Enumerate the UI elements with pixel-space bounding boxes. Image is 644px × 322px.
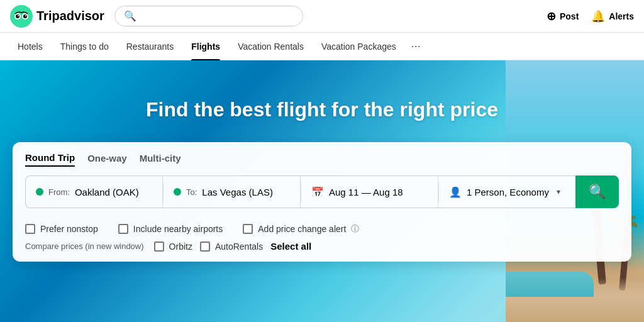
calendar-icon: 📅 — [311, 186, 324, 198]
prefer-nonstop-option[interactable]: Prefer nonstop — [25, 224, 98, 234]
plus-circle-icon: ⊕ — [547, 9, 556, 23]
select-all-button[interactable]: Select all — [270, 241, 311, 252]
post-button[interactable]: ⊕ Post — [547, 9, 579, 23]
logo[interactable]: Tripadvisor — [10, 5, 104, 28]
bell-icon: 🔔 — [591, 9, 605, 23]
hero-title: Find the best flight for the right price — [0, 98, 644, 121]
nav-item-flights[interactable]: Flights — [184, 33, 228, 60]
trip-type-tabs: Round Trip One-way Multi-city — [25, 152, 619, 167]
main-nav: Hotels Things to do Restaurants Flights … — [0, 33, 644, 60]
from-input-group[interactable]: From: Oakland (OAK) — [26, 176, 163, 208]
svg-point-0 — [10, 5, 33, 28]
tab-multi-city[interactable]: Multi-city — [140, 152, 181, 167]
svg-point-4 — [23, 14, 27, 18]
chevron-down-icon: ▾ — [557, 187, 560, 196]
svg-point-3 — [16, 14, 19, 18]
header-right: ⊕ Post 🔔 Alerts — [547, 9, 634, 23]
nav-item-things-to-do[interactable]: Things to do — [53, 33, 116, 60]
nav-item-restaurants[interactable]: Restaurants — [119, 33, 181, 60]
global-search-bar[interactable]: 🔍 — [114, 6, 303, 26]
nav-item-vacation-packages[interactable]: Vacation Packages — [314, 33, 404, 60]
search-icon: 🔍 — [124, 10, 136, 22]
more-nav-icon[interactable]: ··· — [406, 40, 426, 53]
svg-point-6 — [25, 15, 26, 16]
nav-item-hotels[interactable]: Hotels — [10, 33, 50, 60]
include-nearby-option[interactable]: Include nearby airports — [118, 224, 223, 234]
search-flights-button[interactable]: 🔍 — [575, 175, 619, 208]
tab-one-way[interactable]: One-way — [87, 152, 127, 167]
to-location-icon — [174, 188, 181, 196]
nav-item-vacation-rentals[interactable]: Vacation Rentals — [230, 33, 311, 60]
from-location-icon — [36, 188, 43, 196]
travelers-icon: 👤 — [449, 186, 462, 198]
autorentals-checkbox[interactable] — [200, 242, 210, 252]
hero-section: 🌴 🌴 Find the best flight for the right p… — [0, 60, 644, 322]
info-icon: ⓘ — [351, 223, 359, 235]
svg-point-5 — [18, 15, 19, 16]
to-input-group[interactable]: To: Las Vegas (LAS) — [164, 176, 301, 208]
travelers-input-group[interactable]: 👤 1 Person, Economy ▾ — [439, 176, 575, 208]
orbitz-checkbox[interactable] — [154, 242, 164, 252]
autorentals-compare-option[interactable]: AutoRentals — [200, 242, 263, 252]
search-panel: Round Trip One-way Multi-city From: Oakl… — [13, 142, 631, 262]
tripadvisor-logo-icon — [10, 5, 33, 28]
header: Tripadvisor 🔍 ⊕ Post 🔔 Alerts — [0, 0, 644, 33]
orbitz-compare-option[interactable]: Orbitz — [154, 242, 192, 252]
search-magnifier-icon: 🔍 — [589, 184, 606, 200]
include-nearby-checkbox[interactable] — [118, 224, 128, 234]
alerts-button[interactable]: 🔔 Alerts — [591, 9, 634, 23]
flight-inputs-row: From: Oakland (OAK) To: Las Vegas (LAS) … — [25, 175, 619, 216]
price-alert-checkbox[interactable] — [243, 224, 253, 234]
prefer-nonstop-checkbox[interactable] — [25, 224, 35, 234]
compare-prices-row: Compare prices (in new window) Orbitz Au… — [25, 241, 619, 252]
tab-round-trip[interactable]: Round Trip — [25, 152, 75, 167]
global-search-input[interactable] — [142, 11, 294, 21]
flight-options-row: Prefer nonstop Include nearby airports A… — [25, 223, 619, 235]
logo-text: Tripadvisor — [36, 9, 104, 23]
dates-input-group[interactable]: 📅 Aug 11 — Aug 18 — [301, 176, 438, 208]
price-alert-option[interactable]: Add price change alert ⓘ — [243, 223, 359, 235]
